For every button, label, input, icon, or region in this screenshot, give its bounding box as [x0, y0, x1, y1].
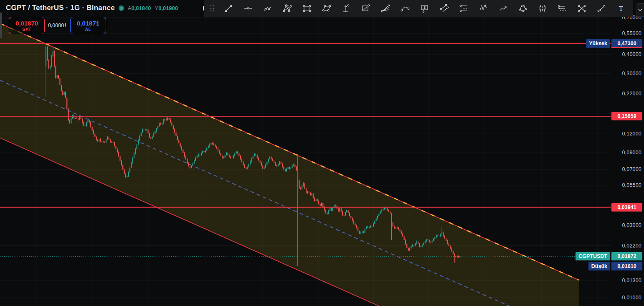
rectangle-icon[interactable] — [297, 0, 317, 16]
bars-pattern-icon[interactable] — [532, 0, 552, 16]
drawing-toolbar: $cT — [204, 0, 633, 17]
badge-underline — [611, 47, 642, 48]
trend-angle-icon[interactable] — [591, 0, 611, 16]
sell-price: 0,01870 — [15, 20, 38, 27]
axis-tick: 0,07000 — [622, 166, 641, 172]
vertical-range-icon[interactable] — [336, 0, 356, 16]
buy-label: AL — [85, 27, 91, 32]
date-price-range-icon[interactable] — [356, 0, 375, 16]
axis-tick: 0,01300 — [622, 278, 641, 283]
interval-label[interactable]: 1G — [70, 4, 80, 12]
axis-tick: 0,12000 — [622, 131, 641, 137]
axis-price-badge-last-price: 0,01872 — [611, 252, 642, 260]
sell-button[interactable]: 0,01870 SAT — [9, 17, 45, 34]
axis-label-high: Yüksek — [586, 39, 610, 48]
spread-value: 0,00001 — [45, 23, 70, 28]
axis-tick: 0,03000 — [622, 222, 641, 228]
price-label-icon[interactable]: $ — [415, 0, 434, 16]
sell-label: SAT — [22, 27, 31, 32]
axis-tick: 0,01000 — [622, 295, 641, 301]
left-panel-edge[interactable] — [0, 13, 2, 38]
axis-label-last-price: CGPTUSDT — [576, 252, 610, 260]
clipped-text-fragment — [203, 6, 204, 10]
exchange-label: Binance — [86, 4, 115, 12]
price-axis[interactable]: 0,700000,55000Yüksek0,473000,400000,3000… — [0, 0, 644, 306]
axis-label-low: Düşük — [588, 262, 610, 270]
toolbar-icons: $cT — [218, 0, 631, 16]
buy-button[interactable]: 0,01871 AL — [70, 17, 106, 34]
fib-channel-icon[interactable] — [552, 0, 572, 16]
axis-tick: 0,22000 — [622, 91, 641, 97]
elliott-wave-icon[interactable] — [474, 0, 493, 16]
bid-quote: Y0,01900 — [155, 5, 178, 11]
text-icon[interactable]: T — [611, 0, 631, 16]
axis-price-badge-high: 0,47300 — [611, 39, 642, 48]
parallelogram-icon[interactable] — [317, 0, 336, 16]
svg-text:$: $ — [423, 5, 426, 10]
ask-value: 0,01840 — [132, 5, 151, 11]
axis-tick: 0,40000 — [622, 51, 641, 57]
axis-tick: 0,30000 — [622, 71, 641, 76]
chart-window: 0,700000,55000Yüksek0,473000,400000,3000… — [0, 0, 644, 306]
chevron-down-icon[interactable] — [636, 3, 644, 17]
ask-quote: A0,01840 — [128, 5, 151, 11]
symbol-name: CGPT / TetherUS — [6, 4, 64, 12]
trend-arrow-icon[interactable] — [493, 0, 513, 16]
ask-prefix: A — [128, 5, 132, 11]
separator: · — [82, 4, 84, 12]
svg-text:T: T — [619, 5, 623, 12]
xabcd-pattern-icon[interactable] — [277, 0, 297, 16]
drag-dots-icon[interactable] — [208, 0, 217, 16]
axis-price-badge-low: 0,01610 — [611, 262, 642, 270]
axis-tick: 0,55000 — [622, 31, 641, 36]
axis-price-badge-resistance-2: 0,03941 — [611, 203, 642, 212]
bid-prefix: Y — [155, 5, 159, 11]
order-panel: 0,01870 SAT 0,00001 0,01871 AL — [9, 17, 106, 34]
separator: · — [66, 4, 68, 12]
bid-value: 0,01900 — [158, 5, 178, 11]
fan-lines-icon[interactable] — [375, 0, 395, 16]
cross-line-icon[interactable] — [258, 0, 277, 16]
buy-price: 0,01871 — [77, 20, 99, 27]
abcd-pattern-icon[interactable]: c — [572, 0, 591, 16]
axis-price-badge-resistance-1: 0,15659 — [611, 112, 642, 120]
fib-retracement-icon[interactable] — [454, 0, 474, 16]
axis-tick: 0,05500 — [622, 182, 641, 188]
symbol-title[interactable]: CGPT / TetherUS · 1G · Binance — [6, 4, 115, 12]
symbol-header: CGPT / TetherUS · 1G · Binance A0,01840 … — [6, 4, 178, 12]
parallel-channel-icon[interactable] — [434, 0, 454, 16]
pattern-icon[interactable] — [513, 0, 532, 16]
axis-tick: 0,09000 — [622, 150, 641, 156]
trend-line-icon[interactable] — [218, 0, 238, 16]
data-ok-circle-icon[interactable] — [119, 5, 124, 11]
curve-icon[interactable] — [395, 0, 415, 16]
axis-tick: 0,02200 — [622, 243, 641, 249]
svg-text:c: c — [582, 8, 584, 11]
horizontal-line-icon[interactable] — [238, 0, 258, 16]
